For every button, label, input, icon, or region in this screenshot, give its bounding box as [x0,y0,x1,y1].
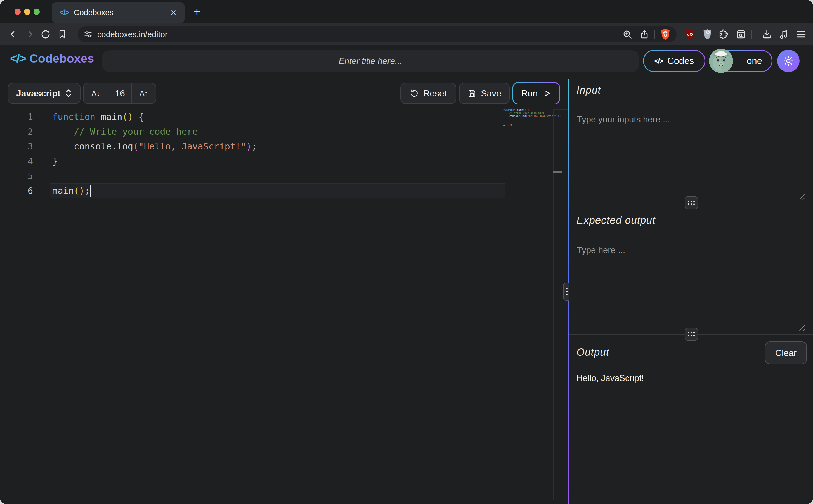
svg-text:uO: uO [687,32,693,37]
text-cursor [90,185,91,197]
reload-icon[interactable] [39,23,53,45]
output-text: Hello, JavaScript! [577,373,644,383]
bookmark-icon[interactable] [55,23,69,45]
tab-bar: </> Codeboxes ✕ + [0,0,813,23]
url-bar[interactable]: codeboxes.in/editor [78,26,677,42]
code-line[interactable]: 5 [0,168,553,183]
theme-toggle-button[interactable] [777,50,800,72]
url-text[interactable]: codeboxes.in/editor [97,30,622,39]
expected-output-drag-handle[interactable] [685,328,698,341]
play-icon [543,89,551,98]
input-title: Input [577,84,601,96]
code-line: 5 [503,121,553,124]
input-resize-grip[interactable] [798,194,806,200]
browser-window: </> Codeboxes ✕ + codeboxes.in/editor [0,0,813,504]
tab-close-icon[interactable]: ✕ [170,8,177,17]
sun-icon [783,55,794,66]
run-button[interactable]: Run [513,82,560,104]
window-close-button[interactable] [15,9,21,15]
code-line[interactable]: 3 console.log("Hello, JavaScript!"); [0,139,553,154]
logo-text: Codeboxes [29,52,94,65]
overview-ruler-cursor-mark [553,171,562,173]
toolbar-separator [752,30,752,39]
browser-tab[interactable]: </> Codeboxes ✕ [52,2,184,23]
font-increase-button[interactable]: A↑ [131,83,156,103]
extensions-puzzle-icon[interactable] [716,23,731,45]
clear-button[interactable]: Clear [765,341,807,364]
run-label: Run [522,88,538,99]
code-line: 2 // Write your code here [503,111,553,115]
output-title: Output [577,346,609,358]
font-decrease-button[interactable]: A↓ [84,83,108,103]
font-size-value: 16 [108,83,131,103]
user-menu[interactable]: one [710,50,772,72]
site-settings-icon[interactable] [83,30,93,39]
code-line: 4} [503,118,553,121]
media-music-icon[interactable] [776,23,792,45]
back-icon[interactable] [6,23,20,45]
menu-hamburger-icon[interactable] [793,23,809,45]
downloads-icon[interactable] [759,23,775,45]
io-panel: Input Type your inputs here ... Expected… [569,79,813,504]
window-zoom-button[interactable] [34,9,40,15]
code-editor[interactable]: 1function main() {2 // Write your code h… [0,108,568,504]
tab-title: Codeboxes [74,8,170,17]
code-line[interactable]: 4} [0,154,553,168]
code-line[interactable]: 6main(); [0,183,553,198]
brave-shield-icon[interactable] [660,28,671,41]
codes-label: Codes [667,56,694,66]
code-line[interactable]: 2 // Write your code here [0,124,553,139]
logo-code-icon: </> [10,51,25,65]
codes-code-icon: </> [655,57,663,65]
expected-output-textarea[interactable]: Type here ... [577,245,625,255]
privacy-shield-icon[interactable] [700,23,715,45]
input-expected-drag-handle[interactable] [685,196,698,209]
browser-toolbar: codeboxes.in/editor uO [0,23,813,45]
reset-icon [410,89,419,98]
new-tab-button[interactable]: + [193,5,200,18]
save-icon [468,89,477,98]
font-size-control: A↓ 16 A↑ [83,83,156,104]
urlbar-separator [654,30,655,39]
code-line: 1function main() { [503,108,553,111]
select-chevrons-icon [65,89,72,98]
language-value: Javascript [16,88,60,99]
site-header: </> Codeboxes Enter title here... </> Co… [0,45,813,78]
minimap[interactable]: 1function main() {2 // Write your code h… [503,108,553,127]
forward-icon[interactable] [23,23,37,45]
editor-scrollbar[interactable] [553,109,568,500]
code-line: 6main(); [503,124,553,127]
save-label: Save [481,88,501,99]
code-line: 3 console.log("Hello, JavaScript!"); [503,115,553,118]
zoom-page-icon[interactable] [622,29,632,39]
expected-resize-grip[interactable] [798,325,806,331]
window-minimize-button[interactable] [24,9,30,15]
username: one [747,56,762,66]
title-input[interactable]: Enter title here... [102,50,639,72]
reset-label: Reset [423,88,447,99]
tab-favicon-code-icon: </> [60,8,69,17]
expected-output-title: Expected output [577,215,655,226]
language-select[interactable]: Javascript [8,83,80,104]
site-logo[interactable]: </> Codeboxes [10,51,94,65]
ublock-origin-icon[interactable]: uO [682,23,698,45]
codes-button[interactable]: </> Codes [643,50,705,72]
title-placeholder: Enter title here... [338,56,402,66]
save-button[interactable]: Save [459,83,510,104]
share-icon[interactable] [640,30,649,39]
code-line[interactable]: 1function main() { [0,109,553,124]
input-textarea[interactable]: Type your inputs here ... [577,115,670,125]
avatar[interactable] [709,49,733,73]
reset-button[interactable]: Reset [400,83,456,104]
search-tabs-icon[interactable] [733,23,749,45]
